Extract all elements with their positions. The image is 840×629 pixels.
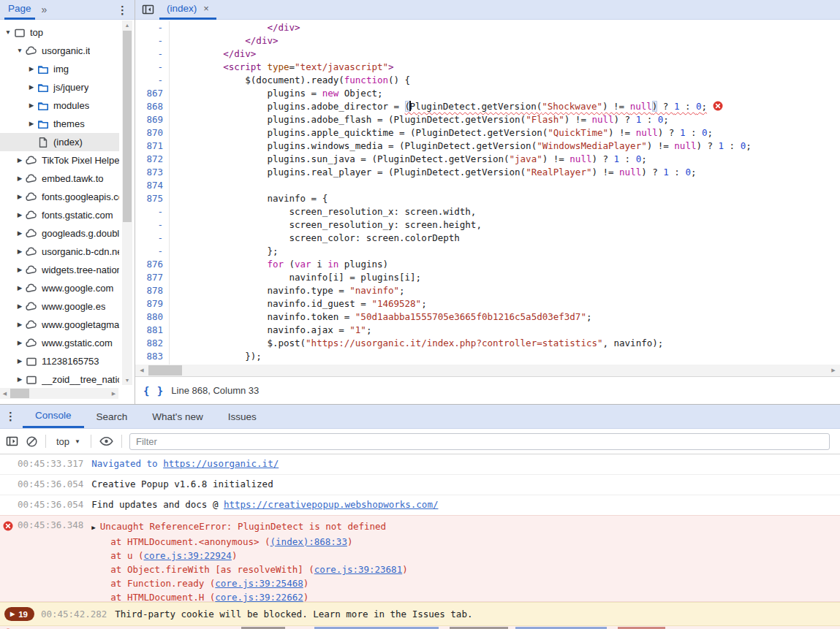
line-number[interactable]: - xyxy=(135,47,170,61)
line-number[interactable]: - xyxy=(135,61,170,74)
line-number[interactable]: 867 xyxy=(135,87,170,100)
code-line[interactable]: 873 plugins.real_player = (PluginDetect.… xyxy=(135,166,840,179)
scroll-left-icon[interactable]: ◀ xyxy=(0,388,10,399)
code-line[interactable]: 870 plugins.apple_quicktime = (PluginDet… xyxy=(135,126,840,140)
scroll-right-icon[interactable]: ▶ xyxy=(109,388,118,399)
live-expression-eye-icon[interactable] xyxy=(99,435,114,447)
chevron-closed-icon[interactable]: ▶ xyxy=(26,102,37,109)
scroll-down-icon[interactable]: ▼ xyxy=(122,376,132,385)
close-tab-icon[interactable]: × xyxy=(203,3,209,14)
code-line[interactable]: - screen_resolution_y: screen.height, xyxy=(135,218,840,232)
tree-item[interactable]: ▶www.google.com xyxy=(0,279,119,297)
line-number[interactable]: 879 xyxy=(135,297,170,310)
drawer-tab-issues[interactable]: Issues xyxy=(216,405,269,428)
tree-item[interactable]: ▶www.google.es xyxy=(0,297,119,316)
scrollbar-thumb[interactable] xyxy=(10,389,29,398)
chevron-closed-icon[interactable]: ▶ xyxy=(15,157,25,164)
chevron-closed-icon[interactable]: ▶ xyxy=(15,285,25,291)
code-line[interactable]: - <script type="text/javascript"> xyxy=(135,61,840,74)
tree-item[interactable]: ▶embed.tawk.to xyxy=(0,169,119,188)
code-line[interactable]: 881 navinfo.ajax = "1"; xyxy=(135,324,840,337)
chevron-closed-icon[interactable]: ▶ xyxy=(15,212,25,218)
chevron-closed-icon[interactable]: ▶ xyxy=(15,358,25,365)
chevron-closed-icon[interactable]: ▶ xyxy=(15,340,25,346)
line-number[interactable]: 871 xyxy=(135,140,170,153)
tree-item[interactable]: (index) xyxy=(0,133,119,151)
tree-item[interactable]: ▶__zoid__tree_nation xyxy=(0,370,119,386)
tree-item[interactable]: ▶themes xyxy=(0,115,119,133)
chevron-closed-icon[interactable]: ▶ xyxy=(15,267,25,273)
more-tabs-icon[interactable]: » xyxy=(42,4,48,15)
line-number[interactable]: 876 xyxy=(135,258,170,271)
chevron-closed-icon[interactable]: ▶ xyxy=(26,121,37,127)
code-line[interactable]: - </div> xyxy=(135,21,840,34)
tree-item[interactable]: ▶js/jquery xyxy=(0,78,119,96)
code-line[interactable]: 872 plugins.sun_java = (PluginDetect.get… xyxy=(135,153,840,166)
code-line[interactable]: - </div> xyxy=(135,47,840,61)
tree-item[interactable]: ▼top xyxy=(0,23,119,42)
code-line[interactable]: 883 }); xyxy=(135,350,840,363)
console-link[interactable]: https://usorganic.it/ xyxy=(163,458,279,469)
code-line[interactable]: 877 navinfo[i] = plugins[i]; xyxy=(135,271,840,284)
code-line[interactable]: 868 plugins.adobe_director = (PluginDete… xyxy=(135,100,840,113)
code-line[interactable]: 871 plugins.windows_media = (PluginDetec… xyxy=(135,140,840,153)
chevron-open-icon[interactable]: ▼ xyxy=(15,47,25,54)
code-line[interactable]: - $(document).ready(function() { xyxy=(135,74,840,87)
code-editor[interactable]: - </div>- </div>- </div>- <script type="… xyxy=(135,20,840,365)
drawer-tab-search[interactable]: Search xyxy=(84,405,140,428)
tree-item[interactable]: ▶fonts.gstatic.com xyxy=(0,206,119,224)
line-number[interactable]: 877 xyxy=(135,271,170,284)
tree-item[interactable]: ▼usorganic.it xyxy=(0,42,119,60)
line-number[interactable]: 880 xyxy=(135,310,170,324)
stack-frame-link[interactable]: core.js:39:23681 xyxy=(314,564,402,575)
drawer-menu-icon[interactable]: ⋮ xyxy=(0,405,23,428)
code-line[interactable]: 874 xyxy=(135,179,840,192)
scrollbar-thumb[interactable] xyxy=(148,365,182,376)
line-number[interactable]: 870 xyxy=(135,126,170,140)
chevron-closed-icon[interactable]: ▶ xyxy=(26,84,37,91)
context-selector[interactable]: top ▼ xyxy=(53,436,83,447)
chevron-closed-icon[interactable]: ▶ xyxy=(15,194,25,200)
sidebar-horizontal-scrollbar[interactable]: ◀ ▶ xyxy=(0,388,118,399)
line-number[interactable]: 878 xyxy=(135,284,170,297)
chevron-closed-icon[interactable]: ▶ xyxy=(15,230,25,237)
code-line[interactable]: 882 $.post("https://usorganic.it/index.p… xyxy=(135,337,840,350)
toggle-navigator-icon[interactable] xyxy=(135,4,159,15)
code-line[interactable]: - }; xyxy=(135,245,840,258)
expand-triangle-icon[interactable]: ▶ xyxy=(91,524,95,531)
console-sidebar-toggle-icon[interactable] xyxy=(6,435,18,447)
scrollbar-thumb[interactable] xyxy=(123,31,132,222)
clear-console-icon[interactable] xyxy=(26,435,38,448)
line-number[interactable]: - xyxy=(135,34,170,47)
navigator-menu-icon[interactable]: ⋮ xyxy=(110,4,135,15)
stack-frame-link[interactable]: (index):868:33 xyxy=(270,536,347,547)
chevron-closed-icon[interactable]: ▶ xyxy=(26,66,37,72)
line-number[interactable]: 882 xyxy=(135,337,170,350)
tree-item[interactable]: ▶TikTok Pixel Helper xyxy=(0,151,119,169)
line-number[interactable]: 868 xyxy=(135,100,170,113)
stack-frame-link[interactable]: core.js:39:22924 xyxy=(143,550,231,561)
code-line[interactable]: - screen_resolution_x: screen.width, xyxy=(135,205,840,218)
tree-item[interactable]: ▶usorganic.b-cdn.net xyxy=(0,243,119,261)
line-number[interactable]: 881 xyxy=(135,324,170,337)
line-number[interactable]: 873 xyxy=(135,166,170,179)
tree-item[interactable]: ▶img xyxy=(0,60,119,78)
tree-item[interactable]: ▶modules xyxy=(0,96,119,115)
code-line[interactable]: 880 navinfo.token = "50d1aabba1555705e36… xyxy=(135,310,840,324)
editor-horizontal-scrollbar[interactable]: ◀ ▶ xyxy=(135,365,840,376)
code-line[interactable]: 878 navinfo.type = "navinfo"; xyxy=(135,284,840,297)
line-number[interactable]: 872 xyxy=(135,153,170,166)
tab-page[interactable]: Page xyxy=(4,0,35,20)
code-line[interactable]: 867 plugins = new Object; xyxy=(135,87,840,100)
tree-item[interactable]: ▶widgets.tree-nation.com xyxy=(0,261,119,279)
line-number[interactable]: - xyxy=(135,232,170,245)
line-number[interactable]: 883 xyxy=(135,350,170,363)
code-line[interactable]: - screen_color: screen.colorDepth xyxy=(135,232,840,245)
chevron-open-icon[interactable]: ▼ xyxy=(3,29,13,36)
chevron-closed-icon[interactable]: ▶ xyxy=(15,175,25,182)
stack-frame-link[interactable]: core.js:39:25468 xyxy=(215,578,303,589)
tree-item[interactable]: ▶www.gstatic.com xyxy=(0,334,119,352)
chevron-closed-icon[interactable]: ▶ xyxy=(15,321,25,328)
chevron-closed-icon[interactable]: ▶ xyxy=(15,248,25,255)
chevron-closed-icon[interactable]: ▶ xyxy=(15,303,25,310)
